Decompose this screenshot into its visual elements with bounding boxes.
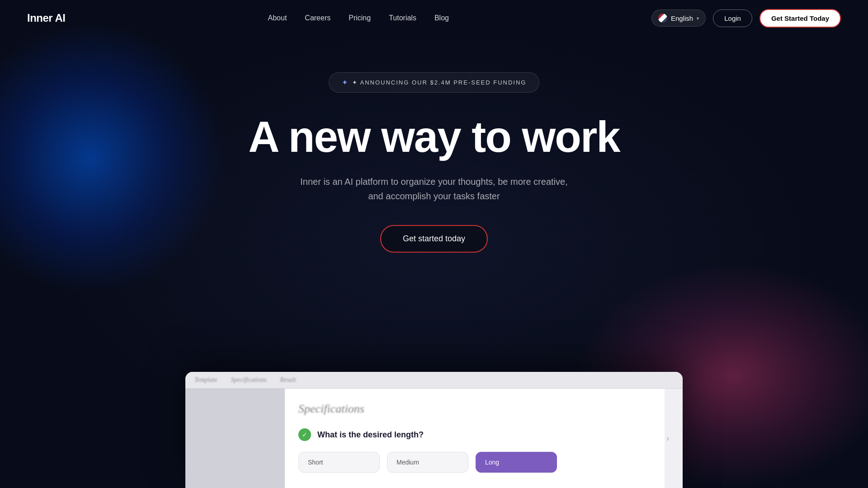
mockup-question: What is the desired length? [317, 430, 424, 440]
flag-icon [658, 14, 667, 23]
sparkle-icon: ✦ [342, 78, 348, 87]
mockup-tab-template: Template [194, 376, 217, 384]
language-label: English [671, 14, 693, 22]
nav-links: About Careers Pricing Tutorials Blog [268, 14, 449, 22]
mockup-container: Template Specifications Result Specifica… [185, 372, 683, 488]
mockup-sidebar [185, 389, 285, 488]
mockup-content: Specifications ✓ What is the desired len… [285, 389, 665, 488]
mockup-tab-result: Result [280, 376, 296, 384]
mockup-options-row: Short Medium Long [298, 452, 651, 473]
get-started-nav-button[interactable]: Get Started Today [760, 9, 841, 28]
mockup-top-bar: Template Specifications Result [185, 372, 683, 389]
nav-right: English ▾ Login Get Started Today [651, 9, 841, 28]
hero-cta-button[interactable]: Get started today [380, 225, 488, 253]
mockup-window: Template Specifications Result Specifica… [185, 372, 683, 488]
nav-item-tutorials[interactable]: Tutorials [389, 14, 416, 22]
login-button[interactable]: Login [713, 9, 752, 27]
option-medium[interactable]: Medium [387, 452, 468, 473]
announcement-badge: ✦ ✦ ANNOUNCING OUR $2.4M PRE-SEED FUNDIN… [329, 72, 540, 93]
check-circle-icon: ✓ [298, 428, 311, 441]
hero-title: A new way to work [248, 114, 619, 160]
option-short[interactable]: Short [298, 452, 380, 473]
mockup-tab-specifications: Specifications [231, 376, 267, 384]
navbar: Inner AI About Careers Pricing Tutorials… [0, 0, 868, 36]
mockup-arrow-area: › [665, 389, 683, 488]
nav-item-pricing[interactable]: Pricing [349, 14, 371, 22]
chevron-down-icon: ▾ [697, 16, 699, 21]
mockup-body: Specifications ✓ What is the desired len… [185, 389, 683, 488]
nav-item-blog[interactable]: Blog [434, 14, 449, 22]
nav-item-about[interactable]: About [268, 14, 287, 22]
hero-subtitle: Inner is an AI platform to organize your… [298, 174, 570, 203]
announcement-text: ✦ ANNOUNCING OUR $2.4M PRE-SEED FUNDING [352, 79, 527, 86]
option-long[interactable]: Long [476, 452, 557, 473]
nav-item-careers[interactable]: Careers [305, 14, 330, 22]
language-selector[interactable]: English ▾ [651, 9, 706, 27]
hero-section: ✦ ✦ ANNOUNCING OUR $2.4M PRE-SEED FUNDIN… [0, 36, 868, 253]
logo[interactable]: Inner AI [27, 12, 65, 24]
mockup-section-title: Specifications [298, 402, 651, 416]
mockup-arrow-icon: › [666, 434, 669, 443]
mockup-question-row: ✓ What is the desired length? [298, 428, 651, 441]
